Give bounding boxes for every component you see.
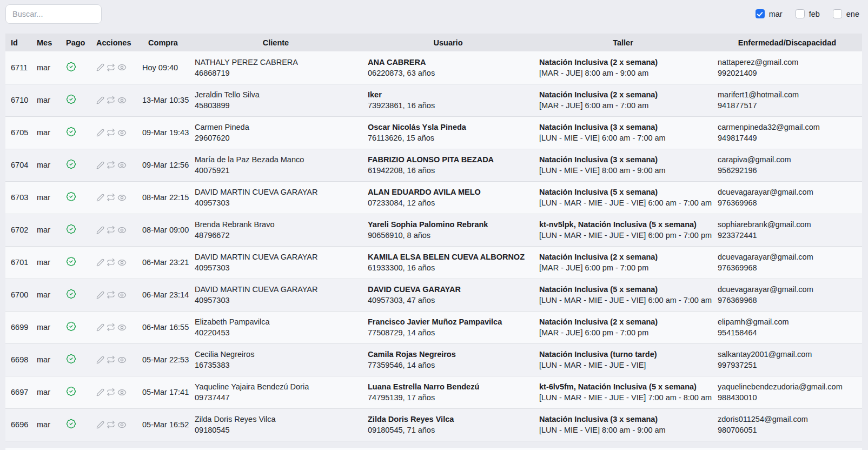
repeat-renew-icon[interactable] (107, 420, 115, 429)
actions-cell (91, 181, 137, 214)
user-info: 09180545, 71 años (368, 425, 529, 435)
client-cell: Elizabeth Pampavilca 40220453 (189, 311, 362, 343)
client-name: Cecilia Negreiros (195, 349, 358, 360)
user-name: Iker (368, 89, 529, 100)
edit-pencil-icon[interactable] (96, 129, 104, 137)
workshop-name: Natación Inclusiva (5 x semana) (539, 284, 708, 295)
repeat-renew-icon[interactable] (107, 323, 115, 332)
edit-pencil-icon[interactable] (96, 63, 104, 71)
user-name: Zilda Doris Reyes Vilca (368, 414, 529, 425)
edit-pencil-icon[interactable] (96, 388, 104, 396)
view-eye-icon[interactable] (117, 258, 127, 267)
table-row: 6701 mar (5, 246, 862, 279)
edit-pencil-icon[interactable] (96, 323, 104, 332)
user-info: 90656910, 8 años (368, 230, 529, 241)
month-filter-label: feb (809, 10, 820, 18)
view-eye-icon[interactable] (117, 161, 127, 170)
contact-phone: 976369968 (718, 295, 858, 306)
actions-cell (91, 408, 137, 441)
repeat-renew-icon[interactable] (107, 226, 115, 234)
month-filter-mar[interactable]: mar (756, 9, 783, 18)
client-cell: María de la Paz Bezada Manco 40075921 (189, 149, 362, 181)
id-cell: 6704 (5, 149, 31, 181)
payment-cell (61, 84, 91, 116)
view-eye-icon[interactable] (117, 323, 127, 332)
user-info: 77508729, 14 años (368, 327, 529, 338)
contact-phone: 923372441 (718, 230, 858, 241)
repeat-renew-icon[interactable] (107, 161, 115, 169)
column-header-compra: Compra (137, 34, 189, 51)
table-row: 6703 mar (5, 181, 862, 214)
user-name: Luana Estrella Narro Bendezú (368, 381, 529, 392)
repeat-renew-icon[interactable] (107, 128, 115, 137)
view-eye-icon[interactable] (117, 388, 127, 397)
view-eye-icon[interactable] (117, 355, 127, 365)
workshop-schedule: [MAR - JUE] 6:00 pm - 7:00 pm (539, 262, 708, 273)
client-document: 40075921 (195, 165, 358, 176)
client-name: María de la Paz Bezada Manco (195, 154, 358, 165)
table-row: 6710 mar (5, 84, 862, 116)
workshop-cell: kt-nv5lpk, Natación Inclusiva (5 x seman… (534, 214, 712, 246)
workshop-name: Natación Inclusiva (3 x semana) (539, 122, 708, 133)
edit-pencil-icon[interactable] (96, 194, 104, 202)
contact-email: dcuevagarayar@gmail.com (718, 187, 858, 197)
month-filter-label: ene (846, 10, 859, 18)
actions-cell (91, 311, 137, 343)
client-document: 40957303 (195, 295, 358, 306)
search-input[interactable] (5, 4, 102, 24)
view-eye-icon[interactable] (117, 226, 127, 235)
workshop-schedule: [LUN - MIE - VIE] 6:00 am - 7:00 am (539, 133, 708, 143)
edit-pencil-icon[interactable] (96, 421, 104, 429)
table-row: 6698 mar (5, 343, 862, 376)
edit-pencil-icon[interactable] (96, 226, 104, 234)
edit-pencil-icon[interactable] (96, 291, 104, 299)
workshop-name: Natación Inclusiva (2 x semana) (539, 252, 708, 262)
filter-mar-checkbox[interactable] (756, 9, 765, 18)
repeat-renew-icon[interactable] (107, 355, 115, 364)
workshop-schedule: [LUN - MAR - MIE - JUE - VIE] 6:00 am - … (539, 295, 708, 306)
repeat-renew-icon[interactable] (107, 96, 115, 104)
month-filter-ene[interactable]: ene (833, 9, 859, 18)
contact-cell: carmenpineda32@gmail.com 949817449 (712, 116, 862, 149)
edit-pencil-icon[interactable] (96, 259, 104, 267)
workshop-name: Natación Inclusiva (3 x semana) (539, 154, 708, 165)
contact-cell: dcuevagarayar@gmail.com 976369968 (712, 246, 862, 279)
row-month: mar (37, 420, 50, 429)
repeat-renew-icon[interactable] (107, 193, 115, 202)
repeat-renew-icon[interactable] (107, 388, 115, 396)
view-eye-icon[interactable] (117, 63, 127, 72)
view-eye-icon[interactable] (117, 420, 127, 429)
contact-phone: 997937251 (718, 360, 858, 370)
workshop-cell: Natación Inclusiva (3 x semana) [LUN - M… (534, 408, 712, 441)
client-cell: Carmen Pineda 29607620 (189, 116, 362, 149)
repeat-renew-icon[interactable] (107, 290, 115, 299)
month-filter-label: mar (769, 10, 783, 18)
view-eye-icon[interactable] (117, 290, 127, 300)
edit-pencil-icon[interactable] (96, 161, 104, 169)
view-eye-icon[interactable] (117, 96, 127, 105)
repeat-renew-icon[interactable] (107, 63, 115, 72)
purchase-datetime: Hoy 09:40 (142, 62, 185, 73)
view-eye-icon[interactable] (117, 193, 127, 202)
row-month: mar (37, 128, 50, 137)
month-cell: mar (31, 246, 61, 279)
contact-email: elipamh@gmail.com (718, 316, 858, 327)
edit-pencil-icon[interactable] (96, 96, 104, 104)
client-name: Brenda Rebrank Bravo (195, 219, 358, 230)
purchase-datetime: 05-Mar 22:53 (142, 354, 185, 365)
actions-cell (91, 51, 137, 84)
purchase-datetime: 05-Mar 16:52 (142, 419, 185, 430)
contact-cell: salkantay2001@gmail.com 997937251 (712, 343, 862, 376)
month-filter-feb[interactable]: feb (796, 9, 820, 18)
client-document: 09180545 (195, 425, 358, 435)
filter-feb-checkbox[interactable] (796, 9, 805, 18)
purchase-datetime: 06-Mar 23:21 (142, 257, 185, 268)
edit-pencil-icon[interactable] (96, 356, 104, 364)
filter-ene-checkbox[interactable] (833, 9, 842, 18)
month-cell: mar (31, 408, 61, 441)
workshop-schedule: [MAR - JUE] 8:00 am - 9:00 am (539, 68, 708, 78)
client-document: 09737447 (195, 392, 358, 403)
view-eye-icon[interactable] (117, 128, 127, 137)
repeat-renew-icon[interactable] (107, 258, 115, 267)
workshop-name: Natación Inclusiva (2 x semana) (539, 57, 708, 68)
